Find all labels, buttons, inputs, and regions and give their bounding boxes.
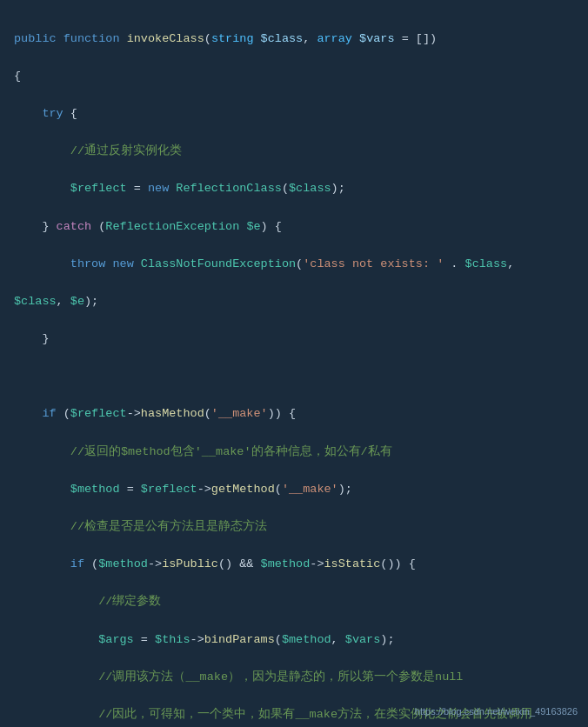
code-line: //调用该方法（__make），因为是静态的，所以第一个参数是null xyxy=(14,668,574,687)
code-line: try { xyxy=(14,104,574,123)
code-line: $args = $this->bindParams($method, $vars… xyxy=(14,630,574,650)
code-line: } catch (ReflectionException $e) { xyxy=(14,217,574,237)
code-line: //返回的$method包含'__make'的各种信息，如公有/私有 xyxy=(14,443,574,462)
code-line: { xyxy=(14,67,574,86)
code-line: if ($reflect->hasMethod('__make')) { xyxy=(14,404,574,424)
code-line: //通过反射实例化类 xyxy=(14,142,574,161)
code-line: public function invokeClass(string $clas… xyxy=(14,30,574,49)
code-line xyxy=(14,367,574,386)
code-line: //检查是否是公有方法且是静态方法 xyxy=(14,517,574,537)
code-line: $method = $reflect->getMethod('__make'); xyxy=(14,480,574,499)
code-line: if ($method->isPublic() && $method->isSt… xyxy=(14,555,574,574)
code-line: $reflect = new ReflectionClass($class); xyxy=(14,179,574,198)
watermark: https://blog.csdn.net/weixin_49163826 xyxy=(415,704,578,720)
code-line: //绑定参数 xyxy=(14,592,574,611)
code-block: public function invokeClass(string $clas… xyxy=(14,10,574,727)
code-container: public function invokeClass(string $clas… xyxy=(0,0,588,727)
code-line: throw new ClassNotFoundException('class … xyxy=(14,255,574,274)
code-line: } xyxy=(14,330,574,349)
code-line: $class, $e); xyxy=(14,292,574,311)
